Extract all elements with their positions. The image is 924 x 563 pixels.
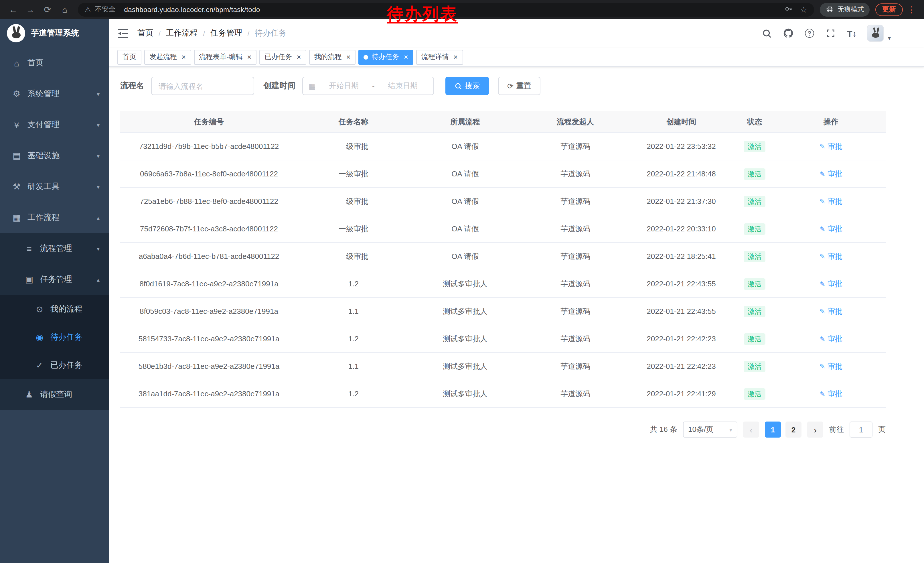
table-row: 381aa1dd-7ac8-11ec-a9e2-a2380e71991a 1.2…: [120, 380, 886, 408]
view-tab[interactable]: 首页: [117, 50, 141, 65]
view-tab[interactable]: 发起流程 ×: [144, 50, 191, 65]
process-cell: OA 请假: [410, 196, 521, 206]
close-icon[interactable]: ×: [297, 53, 301, 61]
search-button[interactable]: 搜索: [446, 77, 489, 95]
sidebar-item-system[interactable]: ⚙ 系统管理 ▾: [0, 78, 109, 110]
forward-icon[interactable]: →: [23, 2, 38, 17]
prev-page-button[interactable]: ‹: [743, 422, 759, 438]
search-icon[interactable]: [761, 27, 773, 39]
sidebar-item-home[interactable]: ⌂ 首页: [0, 48, 109, 78]
sidebar-item-infrastructure[interactable]: ▤ 基础设施 ▾: [0, 140, 109, 171]
next-page-button[interactable]: ›: [807, 422, 823, 438]
view-tab[interactable]: 已办任务 ×: [260, 50, 306, 65]
fullscreen-icon[interactable]: [824, 27, 837, 39]
chevron-up-icon: ▴: [97, 276, 100, 283]
status-badge: 激活: [744, 333, 765, 344]
sidebar-item-devtools[interactable]: ⚒ 研发工具 ▾: [0, 171, 109, 202]
close-icon[interactable]: ×: [182, 53, 186, 61]
date-range-picker[interactable]: ▦ 开始日期 - 结束日期: [302, 77, 434, 95]
sidebar-item-task-mgmt[interactable]: ▣ 任务管理 ▴: [0, 264, 109, 295]
approve-link[interactable]: ✎审批: [819, 196, 842, 206]
approve-link[interactable]: ✎审批: [819, 141, 842, 152]
home-icon[interactable]: ⌂: [57, 2, 72, 17]
breadcrumb-item: 待办任务: [255, 28, 287, 38]
column-header: 创建时间: [630, 117, 733, 127]
approve-link[interactable]: ✎审批: [819, 333, 842, 344]
goto-page-input[interactable]: [850, 422, 873, 438]
yen-icon: ¥: [12, 120, 22, 130]
password-key-icon[interactable]: [784, 4, 793, 15]
approve-link[interactable]: ✎审批: [819, 251, 842, 261]
help-icon[interactable]: ?: [803, 27, 816, 39]
view-tab[interactable]: 流程表单-编辑 ×: [194, 50, 256, 65]
approve-label: 审批: [828, 251, 842, 261]
sidebar-collapse-icon[interactable]: [117, 27, 129, 39]
workflow-icon: ▦: [12, 213, 22, 223]
task-id-cell: 069c6a63-7b8a-11ec-8ef0-acde48001122: [120, 170, 298, 178]
update-button[interactable]: 更新: [875, 3, 903, 16]
url-text[interactable]: dashboard.yudao.iocoder.cn/bpm/task/todo: [124, 6, 260, 14]
approve-label: 审批: [828, 306, 842, 317]
breadcrumb-separator: /: [159, 29, 160, 38]
close-icon[interactable]: ×: [247, 53, 251, 61]
approve-link[interactable]: ✎审批: [819, 279, 842, 289]
bookmark-star-icon[interactable]: ☆: [800, 5, 807, 14]
created-time-cell: 2022-01-21 22:43:55: [630, 307, 733, 315]
view-tab[interactable]: 流程详情 ×: [416, 50, 463, 65]
sidebar-item-workflow[interactable]: ▦ 工作流程 ▴: [0, 202, 109, 233]
font-size-icon[interactable]: T↕: [846, 27, 858, 39]
view-tab[interactable]: 我的流程 ×: [309, 50, 356, 65]
approve-link[interactable]: ✎审批: [819, 361, 842, 371]
page-1-button[interactable]: 1: [765, 422, 781, 438]
process-icon: ≡: [24, 244, 34, 254]
sidebar-item-payment[interactable]: ¥ 支付管理 ▾: [0, 110, 109, 140]
github-icon[interactable]: [782, 27, 795, 39]
approve-link[interactable]: ✎审批: [819, 169, 842, 179]
approve-link[interactable]: ✎审批: [819, 389, 842, 399]
tab-label: 流程详情: [422, 52, 449, 62]
sidebar-item-process-mgmt[interactable]: ≡ 流程管理 ▾: [0, 233, 109, 264]
sidebar-item-label: 待办任务: [50, 332, 109, 342]
app-logo-row[interactable]: 芋道管理系统: [0, 19, 109, 48]
breadcrumb-item[interactable]: 工作流程: [166, 28, 198, 38]
end-date-placeholder[interactable]: 结束日期: [378, 81, 428, 91]
reset-button[interactable]: ⟳ 重置: [498, 77, 540, 95]
sidebar-item-my-process[interactable]: ⊙ 我的流程: [0, 295, 109, 323]
reload-icon[interactable]: ⟳: [40, 2, 55, 17]
breadcrumb-separator: /: [248, 29, 250, 38]
page-2-button[interactable]: 2: [786, 422, 801, 438]
approve-label: 审批: [828, 224, 842, 234]
chevron-down-icon: ▾: [97, 183, 100, 190]
view-tab[interactable]: 待办任务 ×: [358, 50, 413, 65]
close-icon[interactable]: ×: [453, 53, 458, 61]
task-name-cell: 一级审批: [298, 196, 410, 206]
user-menu-caret-icon[interactable]: ▾: [888, 35, 891, 41]
tab-label: 已办任务: [264, 52, 292, 62]
status-badge: 激活: [744, 223, 765, 234]
breadcrumb-item[interactable]: 任务管理: [210, 28, 243, 38]
process-cell: 测试多审批人: [410, 333, 521, 344]
close-icon[interactable]: ×: [404, 53, 408, 61]
task-id-cell: a6aba0a4-7b6d-11ec-b781-acde48001122: [120, 252, 298, 261]
approve-link[interactable]: ✎审批: [819, 224, 842, 234]
start-date-placeholder[interactable]: 开始日期: [319, 81, 369, 91]
topbar: 首页/工作流程/任务管理/待办任务 ? T↕ ▾: [109, 19, 924, 48]
breadcrumb-item[interactable]: 首页: [137, 28, 153, 38]
sidebar-item-todo-tasks[interactable]: ◉ 待办任务: [0, 323, 109, 351]
sidebar-item-done-tasks[interactable]: ✓ 已办任务: [0, 351, 109, 379]
avatar-shape: [873, 27, 876, 33]
sidebar-item-leave-query[interactable]: ♟ 请假查询: [0, 379, 109, 410]
user-avatar[interactable]: [867, 25, 884, 42]
approve-label: 审批: [828, 389, 842, 399]
person-icon: ♟: [24, 389, 34, 400]
browser-menu-icon[interactable]: ⋮: [905, 4, 918, 15]
table-row: 8f059c03-7ac8-11ec-a9e2-a2380e71991a 1.1…: [120, 298, 886, 325]
approve-link[interactable]: ✎审批: [819, 306, 842, 317]
close-icon[interactable]: ×: [346, 53, 351, 61]
process-name-input[interactable]: [151, 77, 254, 95]
page-size-select[interactable]: 10条/页 ▾: [683, 422, 737, 438]
back-icon[interactable]: ←: [6, 2, 21, 17]
security-label[interactable]: 不安全: [95, 5, 116, 14]
task-name-cell: 1.2: [298, 335, 410, 343]
table-row: 58154733-7ac8-11ec-a9e2-a2380e71991a 1.2…: [120, 325, 886, 353]
